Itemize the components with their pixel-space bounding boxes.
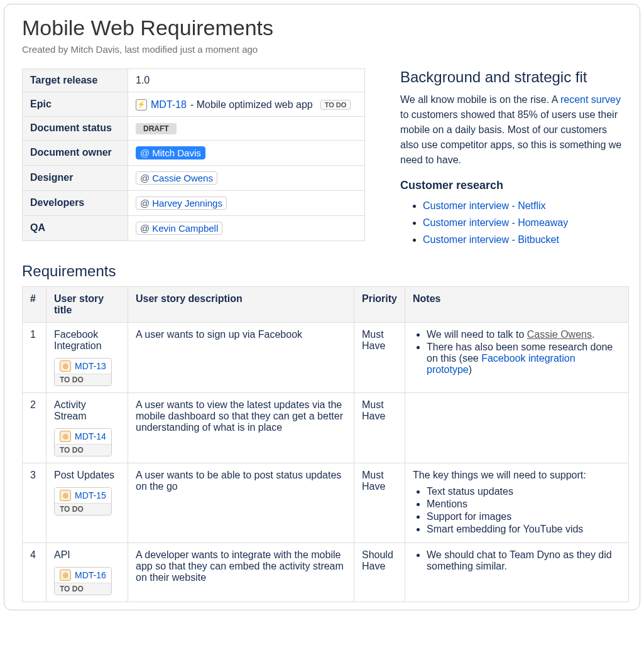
mention-name: Mitch Davis xyxy=(152,148,201,158)
issue-key[interactable]: MDT-13 xyxy=(75,361,106,371)
cell-notes xyxy=(405,392,629,463)
meta-value: MDT-18 - Mobile optimized web app TO DO xyxy=(128,92,365,117)
at-icon: @ xyxy=(140,148,150,158)
table-row: 4 API MDT-16 TO DO A developer wants to … xyxy=(23,542,629,602)
metadata-table: Target release 1.0 Epic MDT-18 - Mobile … xyxy=(22,68,365,241)
heading-background: Background and strategic fit xyxy=(400,68,622,86)
meta-value: DRAFT xyxy=(128,116,365,140)
recent-survey-link[interactable]: recent survey xyxy=(560,94,621,105)
meta-value: 1.0 xyxy=(128,69,365,92)
epic-icon xyxy=(136,99,147,111)
issue-status-badge: TO DO xyxy=(55,374,111,386)
mention-name: Cassie Owens xyxy=(152,173,213,183)
cell-number: 1 xyxy=(23,322,46,392)
mention-name: Harvey Jennings xyxy=(152,198,222,208)
meta-row-epic: Epic MDT-18 - Mobile optimized web app T… xyxy=(23,92,365,117)
epic-key[interactable]: MDT-18 xyxy=(151,99,187,111)
user-mention-qa[interactable]: @ Kevin Campbell xyxy=(136,222,222,235)
cell-title: API MDT-16 TO DO xyxy=(46,542,128,602)
background-paragraph: We all know mobile is on the rise. A rec… xyxy=(400,92,622,168)
research-link[interactable]: Customer interview - Homeaway xyxy=(423,217,568,228)
requirements-table: # User story title User story descriptio… xyxy=(22,286,629,602)
notes-intro: The key things we will need to support: xyxy=(413,470,621,481)
meta-key: Document status xyxy=(23,116,128,140)
cell-description: A developer wants to integrate with the … xyxy=(128,542,354,602)
epic-status-badge: TO DO xyxy=(320,100,351,110)
cell-notes: The key things we will need to support: … xyxy=(405,463,629,542)
cell-description: A user wants to view the latest updates … xyxy=(128,392,354,463)
story-title: Facebook Integration xyxy=(54,329,120,352)
list-item: We will need to talk to Cassie Owens. xyxy=(427,329,621,340)
meta-key: QA xyxy=(23,215,128,240)
col-description: User story description xyxy=(128,286,354,322)
meta-key: Designer xyxy=(23,165,128,190)
list-item: Customer interview - Bitbucket xyxy=(423,231,622,248)
user-reference[interactable]: Cassie Owens xyxy=(527,329,592,340)
meta-value: @ Cassie Owens xyxy=(128,165,365,190)
side-column: Background and strategic fit We all know… xyxy=(400,68,622,249)
issue-link[interactable]: MDT-13 TO DO xyxy=(54,358,112,386)
document-page: Mobile Web Requirements Created by Mitch… xyxy=(4,4,640,610)
meta-key: Target release xyxy=(23,69,128,92)
cell-priority: Must Have xyxy=(354,322,405,392)
list-item: Smart embedding for YouTube vids xyxy=(427,524,621,535)
col-title: User story title xyxy=(46,286,128,322)
cell-number: 3 xyxy=(23,463,46,542)
cell-notes: We will need to talk to Cassie Owens. Th… xyxy=(405,322,629,392)
epic-issue-link[interactable]: MDT-18 - Mobile optimized web app TO DO xyxy=(136,99,351,111)
at-icon: @ xyxy=(140,173,150,183)
user-mention-developer[interactable]: @ Harvey Jennings xyxy=(136,197,227,210)
issue-status-badge: TO DO xyxy=(55,503,111,515)
cell-description: A user wants to sign up via Facebook xyxy=(128,322,354,392)
text: ) xyxy=(469,364,472,375)
issue-status-badge: TO DO xyxy=(55,444,111,456)
issue-key[interactable]: MDT-16 xyxy=(75,570,106,580)
meta-row-qa: QA @ Kevin Campbell xyxy=(23,215,365,240)
table-header-row: # User story title User story descriptio… xyxy=(23,286,629,322)
top-grid: Target release 1.0 Epic MDT-18 - Mobile … xyxy=(22,68,622,249)
heading-requirements: Requirements xyxy=(22,262,622,280)
meta-row-developers: Developers @ Harvey Jennings xyxy=(23,190,365,215)
list-item: Text status updates xyxy=(427,486,621,497)
mention-name: Kevin Campbell xyxy=(152,223,218,234)
cell-priority: Should Have xyxy=(354,542,405,602)
col-priority: Priority xyxy=(354,286,405,322)
issue-key[interactable]: MDT-14 xyxy=(75,431,106,441)
cell-priority: Must Have xyxy=(354,463,405,542)
cell-title: Post Updates MDT-15 TO DO xyxy=(46,463,128,542)
meta-key: Developers xyxy=(23,190,128,215)
story-icon xyxy=(60,360,71,372)
cell-title: Activity Stream MDT-14 TO DO xyxy=(46,392,128,463)
col-notes: Notes xyxy=(405,286,629,322)
status-badge: DRAFT xyxy=(136,123,177,134)
story-title: Activity Stream xyxy=(54,399,120,422)
story-title: Post Updates xyxy=(54,470,120,481)
research-link-list: Customer interview - Netflix Customer in… xyxy=(400,197,622,249)
user-mention-owner[interactable]: @ Mitch Davis xyxy=(136,146,205,159)
meta-value: @ Mitch Davis xyxy=(128,140,365,165)
list-item: We should chat to Team Dyno as they did … xyxy=(427,549,621,572)
issue-link[interactable]: MDT-15 TO DO xyxy=(54,487,112,515)
issue-link[interactable]: MDT-14 TO DO xyxy=(54,428,112,456)
meta-value: @ Kevin Campbell xyxy=(128,215,365,240)
meta-key: Epic xyxy=(23,92,128,117)
cell-description: A user wants to be able to post status u… xyxy=(128,463,354,542)
page-byline: Created by Mitch Davis, last modified ju… xyxy=(22,44,622,55)
story-icon xyxy=(60,431,71,442)
list-item: Support for images xyxy=(427,511,621,522)
issue-link[interactable]: MDT-16 TO DO xyxy=(54,567,112,595)
meta-value: @ Harvey Jennings xyxy=(128,190,365,215)
research-link[interactable]: Customer interview - Bitbucket xyxy=(423,234,559,245)
table-row: 1 Facebook Integration MDT-13 TO DO A us… xyxy=(23,322,629,392)
cell-notes: We should chat to Team Dyno as they did … xyxy=(405,542,629,602)
research-link[interactable]: Customer interview - Netflix xyxy=(423,200,546,211)
text: to customers showed that 85% of users us… xyxy=(400,109,621,165)
page-title: Mobile Web Requirements xyxy=(22,16,622,40)
meta-row-doc-status: Document status DRAFT xyxy=(23,116,365,140)
issue-key[interactable]: MDT-15 xyxy=(75,490,106,500)
table-row: 3 Post Updates MDT-15 TO DO A user wants… xyxy=(23,463,629,542)
user-mention-designer[interactable]: @ Cassie Owens xyxy=(136,171,217,185)
meta-row-designer: Designer @ Cassie Owens xyxy=(23,165,365,190)
epic-summary: - Mobile optimized web app xyxy=(190,99,313,111)
list-item: Customer interview - Netflix xyxy=(423,197,622,214)
